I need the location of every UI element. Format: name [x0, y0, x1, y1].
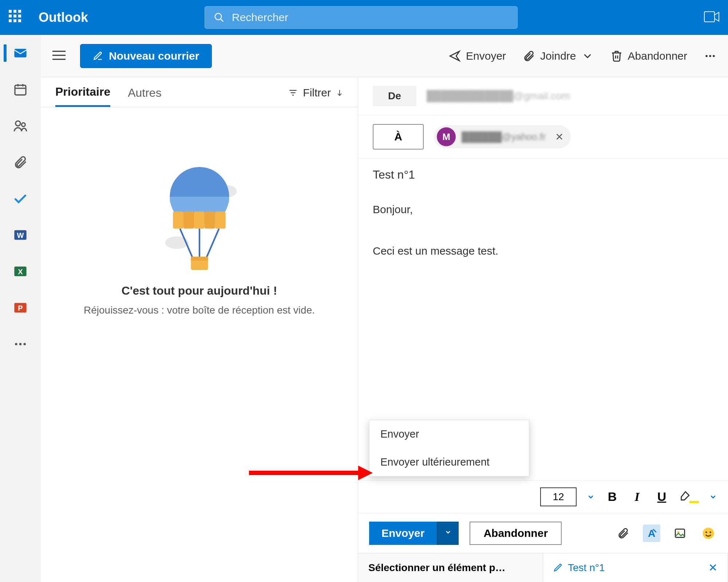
svg-rect-36 — [215, 211, 225, 228]
attach-inline-button[interactable] — [614, 525, 632, 542]
svg-rect-34 — [194, 211, 205, 228]
todo-icon — [13, 191, 28, 206]
empty-title: C'est tout pour aujourd'hui ! — [122, 284, 277, 298]
format-toolbar: 12 B I U — [358, 480, 728, 513]
empty-subtitle: Réjouissez-vous : votre boîte de récepti… — [84, 303, 315, 318]
edit-icon — [553, 563, 563, 573]
chevron-down-icon — [581, 50, 594, 62]
rail-powerpoint[interactable]: P — [10, 300, 31, 316]
close-tab-icon[interactable]: ✕ — [708, 561, 717, 574]
svg-point-49 — [709, 531, 711, 533]
new-mail-button[interactable]: Nouveau courrier — [80, 44, 212, 68]
app-launcher-icon[interactable] — [9, 10, 24, 25]
svg-point-30 — [165, 236, 188, 249]
svg-line-1 — [221, 19, 223, 22]
send-later-option[interactable]: Envoyer ultérieurement — [369, 448, 529, 476]
cmd-more[interactable] — [704, 50, 716, 62]
insert-image-button[interactable] — [671, 525, 689, 542]
svg-rect-32 — [173, 211, 183, 228]
send-dropdown-button[interactable] — [437, 522, 459, 545]
nav-toggle[interactable] — [52, 50, 66, 62]
search-input[interactable] — [232, 11, 509, 24]
search-box[interactable] — [205, 6, 518, 29]
to-button[interactable]: À — [373, 124, 424, 150]
emoji-button[interactable] — [700, 525, 717, 542]
message-list-pane: Prioritaire Autres Filtrer — [41, 77, 358, 582]
svg-point-23 — [709, 55, 711, 57]
sort-arrow-icon — [336, 88, 343, 97]
emoji-icon — [702, 527, 715, 539]
subject-field[interactable]: Test n°1 — [358, 159, 728, 191]
text-format-toggle[interactable]: A — [643, 525, 660, 542]
cmd-discard[interactable]: Abandonner — [610, 50, 687, 62]
recipient-avatar: M — [437, 127, 456, 146]
bold-button[interactable]: B — [605, 490, 620, 504]
tab-other[interactable]: Autres — [128, 86, 161, 106]
send-now-option[interactable]: Envoyer — [369, 420, 529, 448]
recipient-email: ██████@yahoo.fr — [462, 131, 546, 143]
rail-more[interactable] — [10, 336, 31, 352]
app-title: Outlook — [39, 10, 88, 25]
from-value: ████████████@gmail.com — [427, 90, 570, 102]
cmd-attach[interactable]: Joindre — [523, 50, 593, 62]
rail-mail[interactable] — [10, 45, 31, 61]
svg-point-9 — [21, 123, 25, 127]
compose-action-bar: Envoyer Abandonner A — [358, 513, 728, 553]
svg-point-24 — [713, 55, 715, 57]
tab-focused[interactable]: Prioritaire — [55, 85, 110, 107]
svg-point-0 — [215, 13, 222, 20]
image-icon — [674, 527, 686, 539]
highlight-button[interactable] — [679, 491, 699, 503]
svg-point-18 — [23, 343, 26, 346]
trash-icon — [610, 50, 623, 62]
mail-icon — [13, 46, 28, 60]
svg-rect-2 — [704, 12, 715, 22]
rail-people[interactable] — [10, 118, 31, 134]
body-line: Ceci est un message test. — [373, 240, 713, 261]
recipient-chip[interactable]: M ██████@yahoo.fr ✕ — [434, 125, 571, 148]
svg-point-48 — [705, 531, 707, 533]
empty-inbox: C'est tout pour aujourd'hui ! Réjouissez… — [41, 107, 358, 582]
rail-todo[interactable] — [10, 191, 31, 207]
send-options-menu: Envoyer Envoyer ultérieurement — [369, 420, 529, 477]
discard-button[interactable]: Abandonner — [470, 522, 562, 545]
send-button[interactable]: Envoyer — [369, 522, 437, 545]
calendar-icon — [13, 82, 28, 97]
filter-button[interactable]: Filtrer — [288, 87, 343, 105]
cmd-send[interactable]: Envoyer — [448, 50, 506, 62]
excel-icon: X — [13, 264, 28, 279]
people-icon — [13, 119, 28, 133]
svg-rect-4 — [15, 85, 26, 95]
svg-rect-3 — [14, 49, 26, 57]
svg-point-22 — [705, 55, 708, 57]
reading-tab-draft[interactable]: Test n°1 ✕ — [543, 553, 728, 582]
inbox-tabs: Prioritaire Autres Filtrer — [41, 77, 358, 107]
send-split-button: Envoyer — [369, 522, 459, 545]
rail-word[interactable]: W — [10, 227, 31, 243]
meet-now-icon[interactable] — [704, 11, 719, 24]
filter-label: Filtrer — [303, 87, 331, 99]
italic-button[interactable]: I — [630, 490, 644, 504]
font-size-box[interactable]: 12 — [540, 487, 577, 506]
from-row: De ████████████@gmail.com — [358, 77, 728, 115]
rail-calendar[interactable] — [10, 81, 31, 97]
remove-recipient-icon[interactable]: ✕ — [555, 131, 563, 143]
highlight-chevron-icon[interactable] — [709, 493, 717, 501]
svg-rect-35 — [204, 211, 215, 228]
search-icon — [214, 12, 225, 23]
svg-point-47 — [703, 527, 714, 539]
svg-text:A: A — [648, 527, 655, 539]
from-label[interactable]: De — [373, 86, 416, 106]
rail-excel[interactable]: X — [10, 263, 31, 279]
new-mail-label: Nouveau courrier — [109, 50, 199, 62]
app-header: Outlook — [0, 0, 728, 35]
paperclip-icon — [523, 50, 535, 62]
ellipsis-icon — [704, 50, 716, 62]
reading-tab-label: Sélectionner un élément p… — [368, 562, 506, 574]
rail-files[interactable] — [10, 154, 31, 170]
reading-tab-placeholder[interactable]: Sélectionner un élément p… — [358, 553, 543, 582]
font-size-chevron-icon[interactable] — [587, 493, 595, 501]
underline-button[interactable]: U — [654, 490, 669, 504]
hamburger-icon — [52, 50, 66, 60]
svg-text:W: W — [17, 231, 24, 239]
